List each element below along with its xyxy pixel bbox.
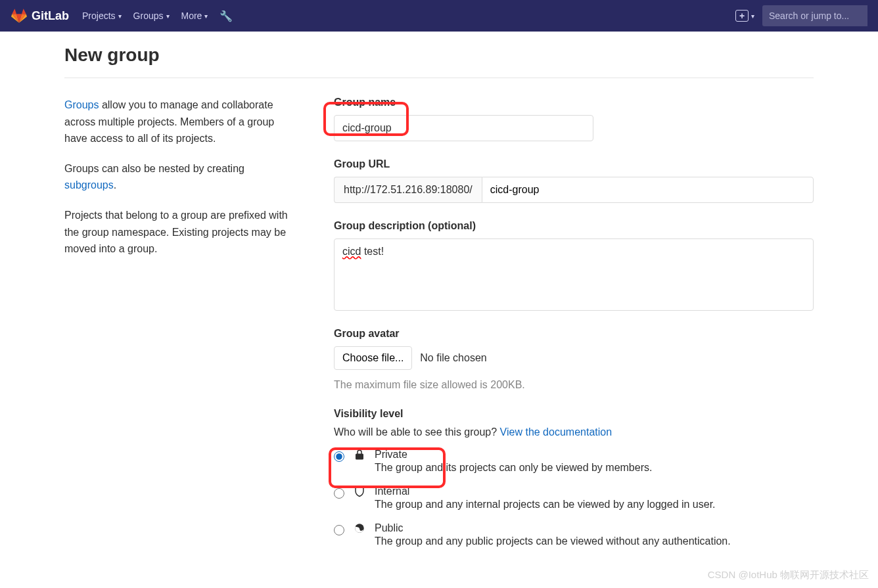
group-name-label: Group name — [334, 97, 814, 108]
visibility-public[interactable]: Public The group and any public projects… — [334, 522, 814, 547]
group-url-prefix: http://172.51.216.89:18080/ — [334, 177, 482, 203]
visibility-doc-link[interactable]: View the documentation — [500, 426, 612, 438]
chevron-down-icon: ▾ — [118, 12, 122, 20]
new-menu-button[interactable]: + ▾ — [735, 10, 754, 22]
visibility-internal-radio[interactable] — [334, 488, 344, 499]
lock-icon — [354, 449, 365, 461]
visibility-private-title: Private — [375, 449, 814, 461]
nav-groups[interactable]: Groups▾ — [133, 11, 170, 21]
chevron-down-icon: ▾ — [751, 12, 754, 20]
form-area: Group name Group URL http://172.51.216.8… — [334, 97, 814, 564]
shield-icon — [354, 486, 365, 497]
chevron-down-icon: ▾ — [166, 12, 170, 20]
admin-wrench-icon[interactable]: 🔧 — [220, 10, 233, 22]
nav-projects[interactable]: Projects▾ — [82, 11, 122, 21]
visibility-internal-title: Internal — [375, 486, 814, 497]
choose-file-button[interactable]: Choose file... — [334, 346, 412, 370]
group-url-label: Group URL — [334, 158, 814, 170]
group-name-input[interactable] — [334, 115, 593, 141]
visibility-internal-desc: The group and any internal projects can … — [375, 499, 814, 510]
page-title: New group — [64, 45, 814, 66]
groups-link[interactable]: Groups — [64, 99, 99, 110]
chevron-down-icon: ▾ — [204, 12, 208, 20]
visibility-public-title: Public — [375, 522, 814, 534]
visibility-private-desc: The group and its projects can only be v… — [375, 462, 814, 474]
group-desc-input[interactable]: cicd test! — [334, 238, 814, 311]
group-url-input[interactable] — [482, 177, 814, 203]
brand-text: GitLab — [32, 9, 69, 23]
visibility-public-desc: The group and any public projects can be… — [375, 535, 814, 547]
gitlab-icon — [11, 8, 28, 24]
visibility-public-radio[interactable] — [334, 525, 344, 535]
visibility-label: Visibility level — [334, 408, 814, 420]
search-input[interactable] — [762, 5, 867, 26]
avatar-hint: The maximum file size allowed is 200KB. — [334, 379, 814, 391]
group-desc-label: Group description (optional) — [334, 220, 814, 232]
help-sidebar: Groups allow you to manage and collabora… — [64, 97, 294, 564]
group-avatar-label: Group avatar — [334, 328, 814, 340]
visibility-private[interactable]: Private The group and its projects can o… — [334, 449, 814, 474]
brand-logo[interactable]: GitLab — [11, 8, 69, 24]
subgroups-link[interactable]: subgroups — [64, 179, 114, 191]
plus-icon: + — [735, 10, 749, 22]
globe-icon — [354, 522, 365, 534]
visibility-private-radio[interactable] — [334, 451, 344, 462]
nav-more[interactable]: More▾ — [181, 11, 208, 21]
file-status: No file chosen — [420, 352, 486, 363]
top-navbar: GitLab Projects▾ Groups▾ More▾ 🔧 + ▾ — [0, 0, 878, 32]
visibility-internal[interactable]: Internal The group and any internal proj… — [334, 486, 814, 510]
divider — [64, 78, 814, 78]
